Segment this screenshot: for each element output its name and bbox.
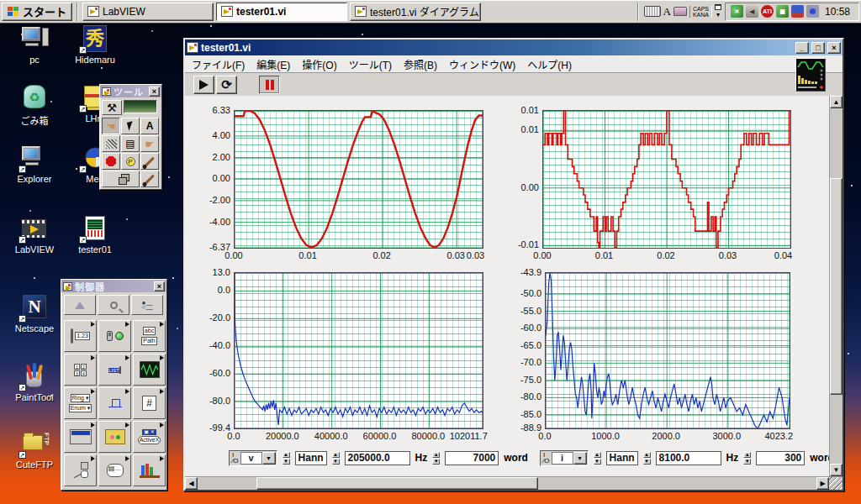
boolean-controls-tile[interactable] (98, 320, 131, 352)
list-table-controls-tile[interactable]: LIST (98, 354, 131, 386)
display-adapter-icon[interactable]: ▦ (776, 5, 789, 18)
keyboard-icon[interactable] (644, 6, 661, 17)
tools-palette-titlebar[interactable]: ツール × (100, 85, 161, 97)
desktop-icon-pc[interactable]: pc (7, 25, 62, 65)
desktop-icon-hidemaru[interactable]: 秀↗ Hidemaru (67, 25, 123, 65)
words-field-left[interactable]: 7000 (445, 451, 499, 465)
minimize-icon[interactable]: _ (795, 42, 809, 54)
caps-kana-indicator[interactable]: CAPSKANA (689, 6, 712, 18)
maximize-icon[interactable]: □ (811, 42, 825, 54)
graph-controls-tile[interactable] (133, 354, 166, 386)
task-button-tester01-diagram[interactable]: tester01.vi ダイアグラム (350, 3, 481, 21)
network-icon[interactable] (806, 5, 819, 18)
activex-controls-tile[interactable]: ▣ ✕ActiveX (133, 421, 166, 453)
battery-icon[interactable] (791, 5, 804, 18)
menu-tools[interactable]: ツール(T) (349, 57, 392, 71)
ime-toolbox-icon[interactable] (673, 7, 687, 16)
desktop-icon-tester01[interactable]: ↗ tester01 (67, 215, 123, 255)
menu-help[interactable]: ヘルプ(H) (527, 57, 572, 71)
window-titlebar[interactable]: tester01.vi _ □ × (185, 39, 843, 55)
user-controls-tile[interactable] (133, 454, 166, 486)
freq-field-left[interactable]: 205000.0 (345, 451, 410, 465)
volume-icon[interactable]: ◀ (746, 5, 758, 18)
scroll-right-icon[interactable]: ▶ (816, 477, 829, 490)
color-copy-tool-button[interactable] (140, 153, 159, 170)
horizontal-scrollbar[interactable]: ◀ ▶ (185, 476, 843, 490)
chevron-down-icon[interactable]: ▼ (573, 452, 587, 465)
palette-up-button[interactable] (64, 295, 96, 315)
close-icon[interactable]: × (149, 87, 160, 97)
position-tool-button[interactable] (121, 118, 140, 134)
horizontal-scroll-thumb[interactable] (256, 477, 538, 490)
desktop-icon-painttool[interactable]: ↗ PaintTool (7, 363, 62, 402)
freq-spinner-right[interactable]: ▲▼ (643, 452, 651, 465)
probe-tool-button[interactable]: P (121, 153, 140, 170)
plot-area-quantized-waveform[interactable] (542, 110, 791, 249)
channel-value-right[interactable]: i (552, 452, 573, 465)
words-field-right[interactable]: 300 (756, 451, 805, 465)
ime-mode-icon[interactable]: A (663, 5, 671, 18)
menu-browse[interactable]: 参照(B) (404, 57, 437, 71)
close-icon[interactable]: × (827, 42, 841, 54)
chevron-down-icon[interactable]: ▾ (716, 11, 720, 18)
wire-tool-button[interactable] (102, 135, 120, 152)
color-tool-button[interactable] (102, 171, 140, 187)
ring-enum-controls-tile[interactable]: Ring ▾Enum ▾ (64, 387, 97, 419)
dialog-controls-tile[interactable] (64, 421, 97, 453)
task-button-tester01[interactable]: tester01.vi (216, 3, 347, 21)
io-controls-tile[interactable] (98, 387, 131, 419)
brush-tool-button[interactable] (140, 171, 159, 187)
channel-selector-left[interactable]: I⁄O v ▼ (229, 450, 277, 466)
palette-options-button[interactable]: ●﹏○﹏ (131, 295, 163, 315)
menu-file[interactable]: ファイル(F) (192, 57, 245, 71)
ati-icon[interactable]: ATI (761, 5, 774, 18)
plot-area-narrowband-spectrum[interactable] (545, 272, 790, 429)
menu-operate[interactable]: 操作(O) (302, 57, 336, 71)
channel-selector-right[interactable]: I⁄O i ▼ (540, 450, 589, 466)
start-button[interactable]: スタート (2, 3, 72, 21)
breakpoint-tool-button[interactable] (102, 153, 120, 170)
auto-tool-button[interactable]: ⚒ (102, 100, 122, 115)
pause-button[interactable] (259, 76, 280, 94)
window-fn-right[interactable]: Hann (606, 451, 638, 465)
numeric-controls-tile[interactable]: 1.23 (64, 320, 97, 352)
task-button-labview[interactable]: LabVIEW (82, 3, 214, 21)
desktop-icon-netscape[interactable]: N↗ Netscape (7, 294, 62, 333)
decorations-tile[interactable] (64, 454, 97, 486)
ime-restore-icon[interactable] (715, 4, 721, 10)
select-control-tile[interactable]: ▤… (98, 454, 131, 486)
run-continuous-button[interactable]: ⟳ (216, 76, 237, 94)
scroll-tool-button[interactable]: ☛ (140, 135, 159, 152)
classic-controls-tile[interactable] (98, 421, 131, 453)
palette-search-button[interactable] (98, 295, 129, 315)
users-status-icon[interactable]: ✕ (731, 5, 743, 18)
window-fn-left[interactable]: Hann (295, 451, 327, 465)
operate-tool-button[interactable]: ☚ (102, 118, 120, 134)
scroll-left-icon[interactable]: ◀ (185, 477, 198, 490)
scroll-down-icon[interactable]: ▼ (830, 464, 843, 476)
close-icon[interactable]: × (154, 281, 165, 291)
desktop-icon-labview[interactable]: ↗ LabVIEW (7, 215, 62, 255)
desktop-icon-cuteftp[interactable]: FTP↗ CuteFTP (7, 430, 62, 470)
words-spinner-left[interactable]: ▲▼ (432, 452, 440, 465)
scroll-up-icon[interactable]: ▲ (830, 96, 843, 108)
vertical-scroll-thumb[interactable] (830, 178, 843, 395)
desktop-icon-explorer[interactable]: ↗ Explorer (7, 144, 62, 184)
desktop-icon-trash[interactable]: ♻ ごみ箱 (7, 84, 62, 127)
window-fn-spinner-right[interactable]: ▲▼ (594, 452, 601, 465)
array-controls-tile[interactable]: 1234 (64, 354, 97, 386)
menu-window[interactable]: ウィンドウ(W) (449, 57, 515, 71)
shortcut-menu-tool-button[interactable]: ▤ (121, 135, 140, 152)
run-button[interactable] (193, 76, 214, 94)
freq-field-right[interactable]: 8100.0 (656, 451, 721, 465)
refnum-controls-tile[interactable]: # (133, 387, 166, 419)
menu-edit[interactable]: 編集(E) (256, 57, 290, 71)
plot-area-wideband-spectrum[interactable] (234, 272, 483, 429)
words-spinner-right[interactable]: ▲▼ (743, 452, 751, 465)
resize-grip[interactable] (829, 477, 843, 490)
label-tool-button[interactable]: A (140, 118, 159, 134)
channel-value-left[interactable]: v (240, 452, 262, 465)
vertical-scrollbar[interactable]: ▲ ▼ (829, 96, 843, 476)
string-controls-tile[interactable]: abcPath (133, 320, 166, 352)
freq-spinner-left[interactable]: ▲▼ (332, 452, 340, 465)
